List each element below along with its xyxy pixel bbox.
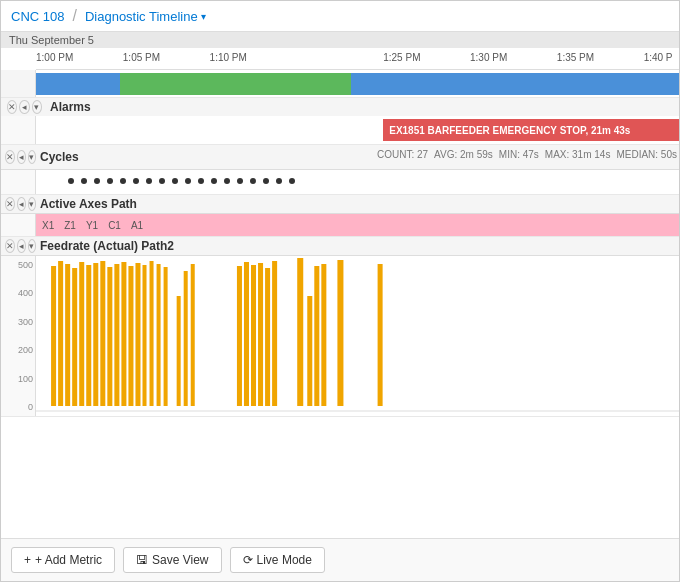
feedrate-left-icon[interactable]: ◂ (17, 239, 26, 253)
alarms-row-container: ✕ ◂ ▾ Alarms EX1851 BARFEEDER EMERGENCY … (1, 98, 679, 145)
dot-5 (120, 178, 126, 184)
machine-bar-green (120, 73, 351, 95)
cycles-left-icon[interactable]: ◂ (17, 150, 26, 164)
feedrate-title: Feedrate (Actual) Path2 (40, 239, 174, 253)
svg-rect-31 (378, 264, 383, 406)
svg-rect-4 (79, 262, 84, 406)
svg-rect-21 (244, 262, 249, 406)
y-label-200: 200 (3, 345, 33, 355)
axis-z1: Z1 (64, 220, 76, 231)
timeline-rows: ✕ ◂ ▾ Alarms EX1851 BARFEEDER EMERGENCY … (1, 70, 679, 538)
cycles-avg: AVG: 2m 59s (434, 149, 493, 160)
y-label-0: 0 (3, 402, 33, 412)
cycles-expand-icon[interactable]: ▾ (28, 150, 37, 164)
svg-rect-7 (100, 261, 105, 406)
axes-close-icon[interactable]: ✕ (5, 197, 15, 211)
svg-rect-17 (177, 296, 181, 406)
save-icon: 🖫 (136, 553, 148, 567)
svg-rect-24 (265, 268, 270, 406)
y-label-100: 100 (3, 374, 33, 384)
dot-16 (263, 178, 269, 184)
save-view-button[interactable]: 🖫 Save View (123, 547, 221, 573)
svg-rect-1 (58, 261, 63, 406)
svg-rect-0 (51, 266, 56, 406)
page-title[interactable]: Diagnostic Timeline ▾ (85, 9, 206, 24)
header-separator: / (72, 7, 76, 25)
time-label-0: 1:00 PM (36, 52, 73, 63)
cycles-title: Cycles (40, 150, 79, 164)
dot-3 (94, 178, 100, 184)
add-icon: + (24, 553, 31, 567)
live-mode-button[interactable]: ⟳ Live Mode (230, 547, 325, 573)
axis-a1: A1 (131, 220, 143, 231)
cycles-count: COUNT: 27 (377, 149, 428, 160)
svg-rect-23 (258, 263, 263, 406)
time-label-5: 1:35 PM (557, 52, 594, 63)
svg-rect-28 (314, 266, 319, 406)
y-label-500: 500 (3, 260, 33, 270)
machine-state-row (1, 70, 679, 98)
axis-y1: Y1 (86, 220, 98, 231)
svg-rect-3 (72, 268, 77, 406)
svg-rect-5 (86, 265, 91, 406)
dot-15 (250, 178, 256, 184)
feedrate-row-container: ✕ ◂ ▾ Feedrate (Actual) Path2 500 400 30… (1, 237, 679, 417)
feedrate-expand-icon[interactable]: ▾ (28, 239, 37, 253)
svg-rect-18 (184, 271, 188, 406)
toolbar: + + Add Metric 🖫 Save View ⟳ Live Mode (1, 538, 679, 581)
svg-rect-27 (307, 296, 312, 406)
dot-11 (198, 178, 204, 184)
alarms-expand-icon[interactable]: ▾ (32, 100, 42, 114)
alarm-bar: EX1851 BARFEEDER EMERGENCY STOP, 21m 43s (383, 119, 679, 141)
svg-rect-9 (114, 264, 119, 406)
svg-rect-20 (237, 266, 242, 406)
header: CNC 108 / Diagnostic Timeline ▾ (1, 1, 679, 32)
dot-6 (133, 178, 139, 184)
svg-rect-13 (142, 265, 146, 406)
axis-c1: C1 (108, 220, 121, 231)
dot-17 (276, 178, 282, 184)
svg-rect-10 (121, 262, 126, 406)
svg-rect-11 (128, 266, 133, 406)
axes-left-icon[interactable]: ◂ (17, 197, 26, 211)
cycles-dots-row (1, 170, 679, 194)
dot-8 (159, 178, 165, 184)
svg-rect-8 (107, 267, 112, 406)
feedrate-svg (36, 256, 679, 416)
svg-rect-16 (164, 267, 168, 406)
svg-rect-29 (321, 264, 326, 406)
dot-14 (237, 178, 243, 184)
y-label-400: 400 (3, 288, 33, 298)
axes-row-container: ✕ ◂ ▾ Active Axes Path X1 Z1 Y1 C1 A1 (1, 195, 679, 237)
time-label-2: 1:10 PM (210, 52, 247, 63)
time-label-3: 1:25 PM (383, 52, 420, 63)
dot-9 (172, 178, 178, 184)
svg-rect-14 (150, 261, 154, 406)
cycles-max: MAX: 31m 14s (545, 149, 611, 160)
cycles-min: MIN: 47s (499, 149, 539, 160)
time-label-6: 1:40 P (644, 52, 673, 63)
axes-expand-icon[interactable]: ▾ (28, 197, 37, 211)
live-icon: ⟳ (243, 553, 253, 567)
alarms-close-icon[interactable]: ✕ (7, 100, 17, 114)
svg-rect-22 (251, 265, 256, 406)
time-axis: 1:00 PM 1:05 PM 1:10 PM 1:25 PM 1:30 PM … (36, 48, 679, 70)
add-metric-button[interactable]: + + Add Metric (11, 547, 115, 573)
svg-rect-30 (337, 260, 343, 406)
date-header: Thu September 5 (1, 32, 679, 48)
alarms-left-icon[interactable]: ◂ (19, 100, 29, 114)
dot-2 (81, 178, 87, 184)
feedrate-close-icon[interactable]: ✕ (5, 239, 15, 253)
svg-rect-6 (93, 263, 98, 406)
alarms-row-content: EX1851 BARFEEDER EMERGENCY STOP, 21m 43s (1, 116, 679, 144)
feedrate-chart-container: 500 400 300 200 100 0 (1, 256, 679, 416)
machine-bar-blue (36, 73, 120, 95)
dot-1 (68, 178, 74, 184)
dot-4 (107, 178, 113, 184)
dot-10 (185, 178, 191, 184)
timeline-content: Thu September 5 1:00 PM 1:05 PM 1:10 PM … (1, 32, 679, 538)
machine-name[interactable]: CNC 108 (11, 9, 64, 24)
cycles-row-container: ✕ ◂ ▾ Cycles COUNT: 27 AVG: 2m 59s MIN: … (1, 145, 679, 195)
cycles-close-icon[interactable]: ✕ (5, 150, 15, 164)
dot-13 (224, 178, 230, 184)
